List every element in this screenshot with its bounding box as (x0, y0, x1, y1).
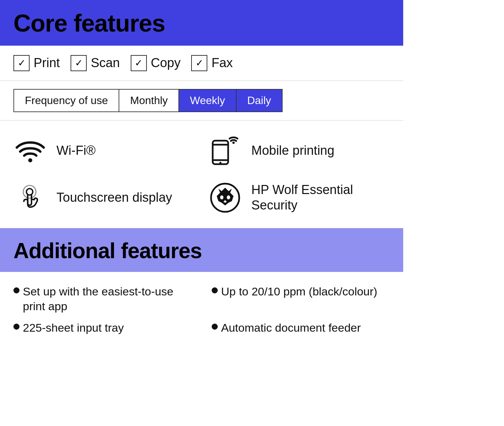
frequency-row: Frequency of use Monthly Weekly Daily (0, 81, 403, 121)
bullet-ppm-text: Up to 20/10 ppm (black/colour) (221, 284, 377, 299)
svg-point-4 (219, 162, 221, 164)
bullet-sheet-tray-text: 225-sheet input tray (23, 320, 124, 335)
bullet-dot (212, 287, 218, 293)
core-features-title: Core features (13, 11, 390, 36)
svg-point-7 (23, 185, 36, 198)
mobile-printing-icon (208, 134, 242, 168)
wifi-icon (13, 134, 47, 168)
checkbox-copy-label: Copy (151, 56, 181, 70)
checkbox-scan-label: Scan (91, 56, 120, 70)
bullet-adf-text: Automatic document feeder (221, 320, 361, 335)
wolf-security-icon (208, 181, 242, 215)
wifi-label: Wi-Fi® (56, 143, 96, 158)
checkbox-fax-box[interactable]: ✓ (191, 55, 207, 71)
checkbox-fax[interactable]: ✓ Fax (191, 55, 233, 71)
frequency-weekly[interactable]: Weekly (179, 90, 236, 111)
wolf-security-label: HP Wolf Essential Security (251, 182, 390, 213)
svg-point-9 (220, 195, 223, 199)
frequency-daily[interactable]: Daily (237, 90, 282, 111)
checkbox-fax-label: Fax (211, 56, 233, 70)
feature-touchscreen: Touchscreen display (13, 181, 195, 215)
bullet-dot (13, 324, 19, 330)
checkbox-print-box[interactable]: ✓ (13, 55, 30, 71)
bullet-print-app: Set up with the easiest-to-use print app (13, 284, 192, 314)
checkbox-scan-box[interactable]: ✓ (71, 55, 87, 71)
bullet-dot (212, 324, 218, 330)
touchscreen-icon (13, 181, 47, 215)
svg-point-0 (28, 158, 32, 162)
bullet-ppm: Up to 20/10 ppm (black/colour) (212, 284, 390, 314)
additional-features-header: Additional features (0, 228, 403, 272)
checkbox-copy-box[interactable]: ✓ (131, 55, 147, 71)
touchscreen-label: Touchscreen display (56, 190, 172, 205)
checkbox-copy[interactable]: ✓ Copy (131, 55, 181, 71)
bullet-print-app-text: Set up with the easiest-to-use print app (23, 284, 192, 314)
checkbox-print-label: Print (34, 56, 60, 70)
bullets-section: Set up with the easiest-to-use print app… (0, 272, 403, 347)
svg-point-10 (227, 195, 230, 199)
checkbox-scan[interactable]: ✓ Scan (71, 55, 120, 71)
frequency-label-cell: Frequency of use (14, 90, 119, 111)
bullet-adf: Automatic document feeder (212, 320, 390, 335)
additional-features-title: Additional features (13, 238, 390, 263)
frequency-monthly[interactable]: Monthly (119, 90, 179, 111)
features-icons-grid: Wi-Fi® Mobile printing (0, 121, 403, 228)
core-features-header: Core features (0, 0, 403, 46)
feature-wifi: Wi-Fi® (13, 134, 195, 168)
checkboxes-row: ✓ Print ✓ Scan ✓ Copy ✓ Fax (0, 46, 403, 81)
bullet-sheet-tray: 225-sheet input tray (13, 320, 192, 335)
feature-wolf: HP Wolf Essential Security (208, 181, 390, 215)
mobile-printing-label: Mobile printing (251, 143, 334, 158)
feature-mobile: Mobile printing (208, 134, 390, 168)
frequency-table: Frequency of use Monthly Weekly Daily (13, 89, 283, 112)
checkbox-print[interactable]: ✓ Print (13, 55, 60, 71)
svg-point-5 (233, 142, 235, 144)
bullet-dot (13, 287, 19, 293)
